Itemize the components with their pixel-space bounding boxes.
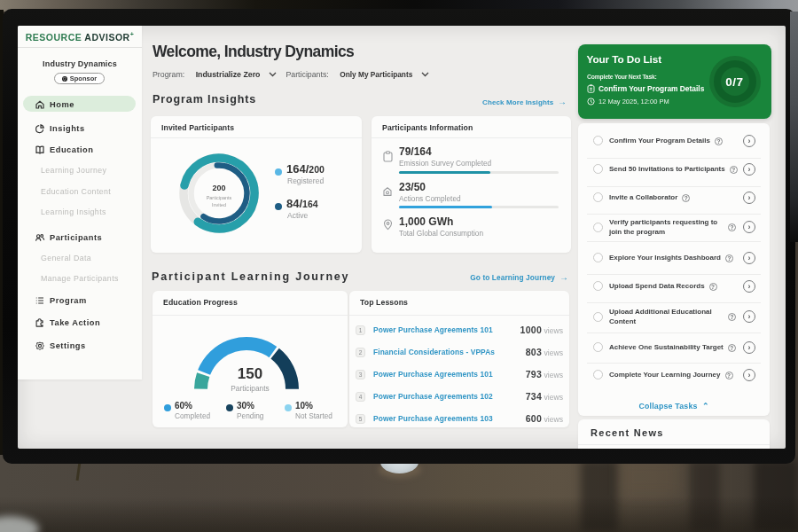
svg-text:Invited: Invited: [212, 202, 226, 207]
svg-text:200: 200: [212, 184, 225, 192]
svg-text:Participants: Participants: [207, 195, 232, 200]
